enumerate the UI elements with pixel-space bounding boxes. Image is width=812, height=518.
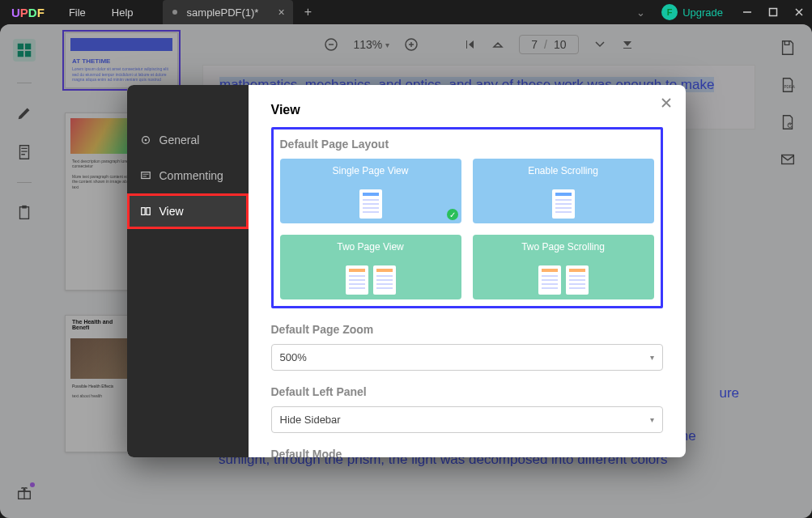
menu-help[interactable]: Help bbox=[99, 6, 147, 19]
select-value: 500% bbox=[280, 351, 307, 363]
sidebar-item-label: View bbox=[159, 205, 184, 218]
upgrade-button[interactable]: F Upgrade bbox=[661, 4, 723, 20]
window-maximize-icon[interactable] bbox=[760, 0, 786, 24]
settings-sidebar: General Commenting View bbox=[127, 85, 249, 457]
layout-card-label: Two Page Scrolling bbox=[521, 241, 605, 253]
document-tab[interactable]: samplePDF(1)* × bbox=[163, 0, 293, 24]
svg-rect-16 bbox=[141, 208, 144, 215]
layout-card-label: Enable Scrolling bbox=[528, 165, 598, 176]
new-tab-icon[interactable]: + bbox=[304, 5, 312, 19]
svg-point-14 bbox=[144, 139, 147, 142]
close-icon[interactable] bbox=[660, 96, 673, 109]
window-close-icon[interactable] bbox=[786, 0, 812, 24]
layout-card-label: Single Page View bbox=[333, 165, 409, 176]
layout-two-page[interactable]: Two Page View bbox=[280, 235, 461, 299]
layout-single-page[interactable]: Single Page View bbox=[280, 159, 461, 223]
check-icon bbox=[447, 209, 458, 220]
section-heading: Default Page Zoom bbox=[271, 323, 663, 336]
modal-title: View bbox=[271, 103, 663, 117]
settings-modal: General Commenting View View Default Pag… bbox=[127, 85, 686, 457]
chevron-down-icon: ▾ bbox=[650, 415, 654, 424]
modal-backdrop: General Commenting View View Default Pag… bbox=[0, 24, 812, 518]
close-tab-icon[interactable]: × bbox=[278, 6, 284, 19]
section-heading: Default Page Layout bbox=[280, 138, 654, 151]
sidebar-item-general[interactable]: General bbox=[127, 122, 249, 158]
section-heading: Default Left Panel bbox=[271, 385, 663, 398]
sidebar-item-commenting[interactable]: Commenting bbox=[127, 158, 249, 193]
tab-title: samplePDF(1)* bbox=[187, 6, 259, 19]
layout-card-label: Two Page View bbox=[337, 241, 404, 253]
svg-rect-0 bbox=[770, 9, 777, 16]
sidebar-item-label: General bbox=[159, 134, 200, 146]
upgrade-label: Upgrade bbox=[682, 6, 723, 19]
layout-two-page-scrolling[interactable]: Two Page Scrolling bbox=[473, 235, 654, 299]
sidebar-item-view[interactable]: View bbox=[127, 193, 249, 229]
svg-rect-17 bbox=[146, 208, 149, 215]
chevron-down-icon: ▾ bbox=[650, 353, 654, 362]
tab-dirty-dot bbox=[172, 10, 177, 15]
app-logo: UPDF bbox=[0, 6, 56, 19]
layout-enable-scrolling[interactable]: Enable Scrolling bbox=[473, 159, 654, 223]
avatar: F bbox=[661, 4, 678, 20]
zoom-select[interactable]: 500% ▾ bbox=[271, 344, 663, 371]
window-minimize-icon[interactable] bbox=[734, 0, 760, 24]
menu-file[interactable]: File bbox=[56, 6, 99, 19]
left-panel-select[interactable]: Hide Sidebar ▾ bbox=[271, 406, 663, 433]
select-value: Hide Sidebar bbox=[280, 414, 341, 426]
sidebar-item-label: Commenting bbox=[159, 169, 223, 182]
section-heading: Default Mode bbox=[271, 448, 663, 457]
tabs-dropdown-icon[interactable]: ⌄ bbox=[636, 6, 645, 19]
svg-rect-15 bbox=[141, 172, 150, 179]
